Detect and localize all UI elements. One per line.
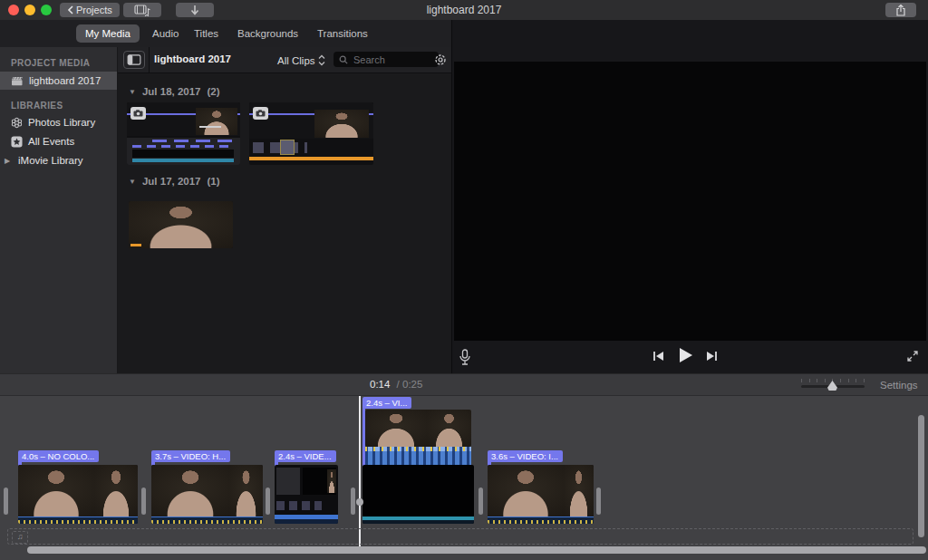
window-titlebar: Projects lightboard 2017 bbox=[0, 0, 928, 20]
clip-filmstrip bbox=[151, 465, 263, 517]
updown-chevrons-icon bbox=[318, 54, 325, 66]
clip-label-selected[interactable]: 2.4s – VI... bbox=[362, 397, 411, 409]
previous-frame-button[interactable] bbox=[652, 350, 665, 362]
media-group-header[interactable]: ▼ Jul 17, 2017 (1) bbox=[129, 176, 220, 187]
horizontal-scrollbar[interactable] bbox=[27, 546, 926, 554]
vertical-scrollbar[interactable] bbox=[918, 415, 924, 537]
timeline-clip[interactable] bbox=[151, 465, 263, 524]
trim-handle[interactable] bbox=[596, 488, 601, 515]
group-disclosure-icon[interactable]: ▼ bbox=[129, 88, 136, 96]
share-icon bbox=[895, 5, 906, 16]
thumb-cyan-strip bbox=[132, 159, 234, 162]
browser-settings-button[interactable] bbox=[433, 53, 448, 67]
trim-handle[interactable] bbox=[266, 488, 270, 515]
trim-handle[interactable] bbox=[478, 488, 483, 515]
sidebar-item-all-events[interactable]: All Events bbox=[0, 133, 117, 150]
timeline-clip[interactable] bbox=[275, 465, 338, 524]
header-divider bbox=[149, 47, 150, 72]
timeline-settings-button[interactable]: Settings bbox=[875, 379, 923, 391]
thumb-orange-mark bbox=[130, 244, 141, 246]
sidebar-item-project[interactable]: lightboard 2017 bbox=[0, 72, 117, 90]
libraries-sidebar: PROJECT MEDIA lightboard 2017 LIBRARIES … bbox=[0, 47, 118, 373]
timeline-toolbar: 0:14 / 0:25 Settings bbox=[0, 373, 928, 396]
share-button[interactable] bbox=[885, 3, 916, 17]
playhead[interactable] bbox=[359, 396, 361, 548]
filmstrip-frame bbox=[427, 410, 471, 447]
thumb-segments-row bbox=[152, 140, 234, 142]
clip-label[interactable]: 3.6s – VIDEO: I... bbox=[488, 450, 563, 462]
trim-handle[interactable] bbox=[351, 488, 355, 515]
clip-audio-waveform bbox=[362, 520, 474, 524]
sidebar-toggle-icon bbox=[127, 54, 141, 65]
timeline[interactable]: 4.0s – NO COLO... 3.7s – VIDEO: H... 2.4… bbox=[0, 396, 928, 560]
search-field[interactable] bbox=[334, 52, 439, 67]
clip-label[interactable]: 4.0s – NO COLO... bbox=[18, 450, 99, 462]
pinwheel-icon bbox=[11, 117, 23, 129]
media-group-header[interactable]: ▼ Jul 18, 2017 (2) bbox=[129, 86, 220, 97]
clip-label[interactable]: 3.7s – VIDEO: H... bbox=[151, 450, 230, 462]
thumb-selected-mini-clip bbox=[280, 140, 295, 155]
timeline-zoom-slider[interactable] bbox=[801, 378, 865, 392]
next-frame-button[interactable] bbox=[705, 350, 718, 362]
voiceover-record-button[interactable] bbox=[458, 349, 472, 367]
star-badge-icon bbox=[11, 136, 23, 148]
clip-audio-waveform bbox=[151, 517, 263, 524]
sidebar-toggle-button[interactable] bbox=[123, 51, 145, 69]
viewer-video-area[interactable] bbox=[454, 62, 926, 341]
tab-transitions[interactable]: Transitions bbox=[308, 24, 377, 43]
timeline-clip[interactable] bbox=[362, 465, 474, 524]
tab-audio[interactable]: Audio bbox=[143, 24, 188, 43]
tab-my-media[interactable]: My Media bbox=[76, 24, 140, 43]
filmstrip-frame bbox=[365, 410, 427, 447]
trim-handle[interactable] bbox=[4, 488, 8, 515]
clapperboard-icon bbox=[11, 76, 24, 86]
media-source-title: lightboard 2017 bbox=[154, 53, 231, 64]
group-count: (2) bbox=[208, 86, 220, 97]
playhead-handle[interactable] bbox=[356, 498, 363, 506]
clip-label[interactable]: 2.4s – VIDE... bbox=[275, 450, 336, 462]
thumb-person-frame bbox=[196, 108, 237, 135]
next-frame-icon bbox=[705, 350, 718, 362]
thumb-text-line bbox=[199, 126, 221, 128]
thumb-segments-row bbox=[132, 145, 234, 148]
all-clips-filter-dropdown[interactable]: All Clips bbox=[272, 53, 331, 67]
fullscreen-icon bbox=[905, 349, 920, 363]
media-clip-thumbnail[interactable] bbox=[249, 102, 373, 165]
previous-frame-icon bbox=[652, 350, 665, 362]
filter-label: All Clips bbox=[277, 55, 315, 66]
disclosure-triangle-icon[interactable]: ▶ bbox=[5, 157, 13, 165]
screen-recording-badge bbox=[130, 107, 146, 120]
timeline-clip[interactable] bbox=[18, 465, 138, 524]
tab-backgrounds[interactable]: Backgrounds bbox=[228, 24, 307, 43]
filmstrip-frame bbox=[151, 465, 229, 517]
trim-handle[interactable] bbox=[141, 488, 146, 515]
camera-icon bbox=[133, 110, 143, 117]
sidebar-item-photos-library[interactable]: Photos Library bbox=[0, 114, 117, 130]
thumb-person-frame bbox=[129, 201, 233, 248]
connected-clip-filmstrip[interactable] bbox=[365, 410, 471, 447]
music-note-icon: ♫ bbox=[17, 532, 24, 541]
play-button[interactable] bbox=[676, 346, 694, 364]
background-music-well[interactable]: ♫ bbox=[7, 528, 914, 545]
search-input[interactable] bbox=[352, 53, 419, 66]
timeline-clip[interactable] bbox=[488, 465, 594, 524]
group-disclosure-icon[interactable]: ▼ bbox=[129, 178, 136, 186]
filmstrip-frame bbox=[94, 465, 138, 517]
music-note-badge: ♫ bbox=[12, 531, 28, 544]
media-clip-thumbnail[interactable] bbox=[127, 102, 240, 165]
tab-titles[interactable]: Titles bbox=[185, 24, 227, 43]
fullscreen-button[interactable] bbox=[905, 349, 920, 363]
media-browser-pane: lightboard 2017 All Clips bbox=[118, 47, 451, 373]
play-icon bbox=[676, 346, 694, 364]
microphone-icon bbox=[458, 349, 472, 367]
sidebar-item-label: iMovie Library bbox=[18, 155, 83, 166]
viewer-pane bbox=[451, 20, 928, 373]
connected-clip-audio-waveform[interactable] bbox=[365, 447, 471, 466]
media-browser-header: lightboard 2017 All Clips bbox=[118, 47, 451, 73]
clip-audio-waveform bbox=[18, 517, 138, 524]
group-date-label: Jul 17, 2017 bbox=[142, 176, 201, 187]
sidebar-item-imovie-library[interactable]: ▶ iMovie Library bbox=[0, 152, 117, 169]
group-date-label: Jul 18, 2017 bbox=[142, 86, 201, 97]
media-clip-thumbnail[interactable] bbox=[129, 201, 233, 248]
project-media-header: PROJECT MEDIA bbox=[11, 58, 117, 68]
